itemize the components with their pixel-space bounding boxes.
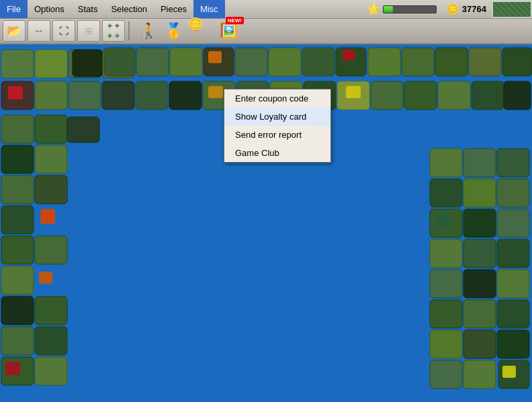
svg-rect-62 [430, 179, 462, 207]
svg-rect-63 [463, 179, 496, 207]
svg-rect-18 [469, 48, 501, 76]
svg-rect-28 [208, 86, 223, 98]
progress-bar [383, 5, 437, 13]
svg-rect-13 [336, 48, 366, 76]
fit-icon: ⛶ [59, 26, 69, 36]
coin-icon: 🪙 [446, 3, 459, 15]
new-badge: NEW! [226, 17, 244, 24]
svg-rect-42 [1, 145, 34, 173]
svg-rect-61 [497, 149, 529, 177]
coin-area: 🪙 37764 [441, 3, 492, 15]
svg-rect-32 [337, 81, 369, 110]
svg-rect-70 [463, 239, 496, 268]
dropdown-item-error[interactable]: Send error report [224, 126, 330, 144]
svg-rect-65 [430, 209, 462, 237]
grid-button[interactable]: ⊞ [77, 20, 100, 42]
svg-rect-76 [463, 300, 496, 328]
new-image-icon: 🖼️ [220, 22, 238, 40]
menu-pieces[interactable]: Pieces [154, 0, 193, 18]
svg-rect-25 [136, 81, 168, 110]
svg-rect-1 [35, 50, 67, 78]
svg-rect-23 [69, 81, 101, 110]
svg-rect-55 [35, 327, 67, 355]
svg-rect-14 [343, 50, 355, 61]
svg-rect-4 [73, 50, 102, 77]
progress-bar-fill [384, 6, 393, 13]
svg-rect-7 [170, 48, 202, 76]
svg-rect-44 [1, 175, 34, 204]
player-icon-button[interactable]: 🧑‍🦯 [133, 19, 159, 42]
svg-rect-39 [1, 115, 34, 143]
coins-to-icon: 🪙→ [188, 17, 214, 46]
menu-stats[interactable]: Stats [71, 0, 105, 18]
svg-rect-46 [1, 206, 34, 234]
svg-rect-77 [497, 300, 529, 328]
svg-rect-34 [371, 81, 403, 110]
dropdown-item-gameclub[interactable]: Game Club [224, 144, 330, 162]
coin-count: 37764 [462, 4, 486, 14]
menu-file[interactable]: File [0, 0, 28, 18]
svg-rect-35 [404, 81, 437, 110]
svg-rect-54 [1, 327, 34, 355]
svg-rect-16 [402, 48, 434, 76]
svg-rect-78 [430, 330, 462, 358]
svg-rect-57 [35, 357, 67, 385]
svg-rect-80 [497, 330, 529, 358]
svg-rect-60 [463, 149, 496, 177]
menu-options[interactable]: Options [28, 0, 71, 18]
svg-rect-50 [1, 266, 34, 294]
svg-rect-48 [1, 236, 34, 264]
open-folder-button[interactable]: 📂 [3, 20, 26, 42]
svg-rect-6 [136, 48, 169, 76]
svg-rect-84 [502, 366, 516, 378]
svg-rect-8 [204, 48, 234, 76]
puzzle-thumbnail[interactable] [492, 1, 532, 18]
grid-icon: ⊞ [85, 26, 93, 36]
svg-rect-12 [302, 48, 335, 76]
medal-icon: 🥇 [165, 22, 183, 40]
svg-rect-59 [430, 149, 462, 177]
menubar: File Options Stats Selection Pieces Misc… [0, 0, 532, 19]
svg-rect-15 [368, 48, 400, 76]
fit-button[interactable]: ⛶ [52, 20, 75, 42]
svg-rect-37 [472, 81, 504, 110]
svg-rect-33 [346, 86, 361, 98]
svg-rect-81 [430, 360, 462, 389]
svg-rect-49 [35, 236, 67, 264]
coins-to-button[interactable]: 🪙→ [188, 19, 214, 42]
svg-rect-83 [498, 360, 529, 389]
svg-rect-36 [438, 81, 470, 110]
svg-rect-51 [39, 272, 52, 284]
svg-rect-24 [102, 81, 134, 110]
menu-misc[interactable]: Misc [193, 0, 225, 18]
svg-rect-69 [430, 239, 462, 268]
svg-rect-45 [35, 175, 67, 204]
refresh-icon: ↔ [34, 25, 44, 37]
svg-rect-41 [67, 117, 99, 143]
game-area[interactable]: Enter coupon code Show Loyalty card Send… [0, 44, 532, 401]
player-icon: 🧑‍🦯 [137, 22, 155, 40]
svg-rect-21 [8, 86, 23, 99]
star-progress-area: ⭐ [363, 3, 441, 15]
svg-rect-22 [35, 81, 67, 110]
svg-rect-10 [235, 48, 267, 76]
svg-rect-19 [502, 48, 532, 76]
dropdown-item-loyalty[interactable]: Show Loyalty card [224, 108, 330, 126]
svg-rect-74 [497, 270, 529, 298]
star-icon: ⭐ [367, 3, 380, 15]
svg-rect-72 [430, 270, 462, 298]
svg-rect-40 [35, 115, 67, 143]
star-grid-button[interactable]: ✦✦✦✦ [102, 20, 125, 42]
svg-rect-53 [35, 296, 67, 325]
menu-selection[interactable]: Selection [104, 0, 153, 18]
folder-icon: 📂 [7, 24, 21, 38]
toolbar: 📂 ↔ ⛶ ⊞ ✦✦✦✦ 🧑‍🦯 🥇 🪙→ 🖼️ NEW! [0, 19, 532, 44]
medal-button[interactable]: 🥇 [161, 19, 186, 42]
new-image-button[interactable]: 🖼️ NEW! [216, 19, 241, 42]
toolbar-separator [128, 22, 130, 40]
svg-rect-56 [1, 357, 34, 385]
refresh-button[interactable]: ↔ [28, 20, 50, 42]
dropdown-item-coupon[interactable]: Enter coupon code [224, 89, 330, 108]
svg-rect-2 [69, 50, 101, 78]
svg-rect-52 [1, 296, 34, 325]
